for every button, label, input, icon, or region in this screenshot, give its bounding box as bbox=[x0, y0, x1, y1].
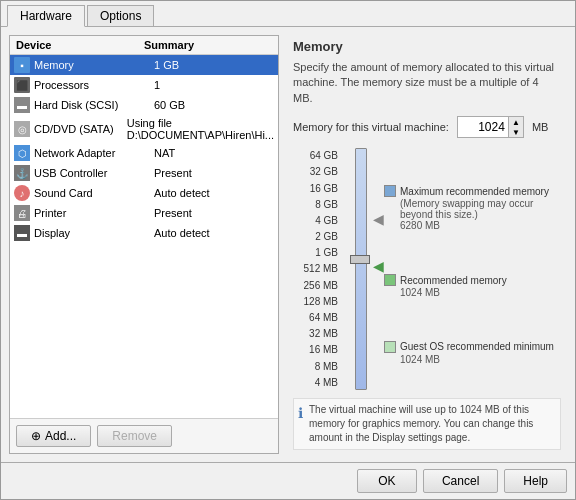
device-list: ▪ Memory 1 GB ⬛ Processors 1 ▬ Hard Disk… bbox=[10, 55, 278, 418]
legend-guest-min-label: Guest OS recommended minimum bbox=[400, 341, 554, 352]
legend-max-sublabel: (Memory swapping may occur beyond this s… bbox=[400, 198, 561, 220]
cpu-icon: ⬛ bbox=[14, 77, 30, 93]
device-summary-memory: 1 GB bbox=[154, 59, 274, 71]
device-row-memory[interactable]: ▪ Memory 1 GB bbox=[10, 55, 278, 75]
memory-description: Specify the amount of memory allocated t… bbox=[293, 60, 561, 106]
legend-max-value: 6280 MB bbox=[400, 220, 561, 231]
memory-input-label: Memory for this virtual machine: bbox=[293, 121, 449, 133]
device-summary-network: NAT bbox=[154, 147, 274, 159]
label-64gb: 64 GB bbox=[293, 150, 338, 161]
label-8gb: 8 GB bbox=[293, 199, 338, 210]
legend-guest-min-value: 1024 MB bbox=[400, 354, 561, 365]
legend-max-label: Maximum recommended memory bbox=[400, 186, 549, 197]
device-name-sound: Sound Card bbox=[34, 187, 154, 199]
label-32mb: 32 MB bbox=[293, 328, 338, 339]
network-icon: ⬡ bbox=[14, 145, 30, 161]
device-name-display: Display bbox=[34, 227, 154, 239]
help-button[interactable]: Help bbox=[504, 469, 567, 493]
ok-button[interactable]: OK bbox=[357, 469, 417, 493]
max-marker: ◀ bbox=[373, 212, 384, 226]
label-256mb: 256 MB bbox=[293, 280, 338, 291]
label-8mb: 8 MB bbox=[293, 361, 338, 372]
label-512mb: 512 MB bbox=[293, 263, 338, 274]
legend-box-max bbox=[384, 185, 396, 197]
hdd-icon: ▬ bbox=[14, 97, 30, 113]
memory-title: Memory bbox=[293, 39, 561, 54]
device-summary-usb: Present bbox=[154, 167, 274, 179]
memory-icon: ▪ bbox=[14, 57, 30, 73]
legend-panel: Maximum recommended memory (Memory swapp… bbox=[384, 148, 561, 390]
device-row-display[interactable]: ▬ Display Auto detect bbox=[10, 223, 278, 243]
device-row-harddisk[interactable]: ▬ Hard Disk (SCSI) 60 GB bbox=[10, 95, 278, 115]
slider-thumb[interactable] bbox=[350, 255, 370, 264]
info-row: ℹ The virtual machine will use up to 102… bbox=[293, 398, 561, 450]
spinner-buttons: ▲ ▼ bbox=[508, 117, 523, 137]
label-4gb: 4 GB bbox=[293, 215, 338, 226]
device-buttons: ⊕ Add... Remove bbox=[10, 418, 278, 453]
device-name-printer: Printer bbox=[34, 207, 154, 219]
slider-labels: 64 GB 32 GB 16 GB 8 GB 4 GB 2 GB 1 GB 51… bbox=[293, 148, 338, 390]
device-name-cdrom: CD/DVD (SATA) bbox=[34, 123, 127, 135]
legend-guest-min: Guest OS recommended minimum 1024 MB bbox=[384, 341, 561, 365]
sound-icon: ♪ bbox=[14, 185, 30, 201]
device-summary-printer: Present bbox=[154, 207, 274, 219]
device-name-usb: USB Controller bbox=[34, 167, 154, 179]
label-16mb: 16 MB bbox=[293, 344, 338, 355]
device-summary-cdrom: Using file D:\DOCUMENT\AP\Hiren\Hi... bbox=[127, 117, 274, 141]
legend-box-recommended bbox=[384, 274, 396, 286]
device-row-printer[interactable]: 🖨 Printer Present bbox=[10, 203, 278, 223]
cdrom-icon: ◎ bbox=[14, 121, 30, 137]
device-row-processors[interactable]: ⬛ Processors 1 bbox=[10, 75, 278, 95]
info-text: The virtual machine will use up to 1024 … bbox=[309, 403, 556, 445]
legend-recommended-value: 1024 MB bbox=[400, 287, 561, 298]
memory-slider-section: 64 GB 32 GB 16 GB 8 GB 4 GB 2 GB 1 GB 51… bbox=[293, 148, 561, 390]
memory-panel: Memory Specify the amount of memory allo… bbox=[287, 35, 567, 454]
memory-input-row: Memory for this virtual machine: ▲ ▼ MB bbox=[293, 116, 561, 138]
dialog-footer: OK Cancel Help bbox=[1, 462, 575, 499]
memory-spinner: ▲ ▼ bbox=[457, 116, 524, 138]
device-name-harddisk: Hard Disk (SCSI) bbox=[34, 99, 154, 111]
label-1gb: 1 GB bbox=[293, 247, 338, 258]
legend-box-guest-min bbox=[384, 341, 396, 353]
device-name-processors: Processors bbox=[34, 79, 154, 91]
device-list-header: Device Summary bbox=[10, 36, 278, 55]
device-row-sound[interactable]: ♪ Sound Card Auto detect bbox=[10, 183, 278, 203]
current-marker: ◀ bbox=[373, 259, 384, 273]
display-icon: ▬ bbox=[14, 225, 30, 241]
add-icon: ⊕ bbox=[31, 429, 41, 443]
mb-unit-label: MB bbox=[532, 121, 549, 133]
tab-hardware[interactable]: Hardware bbox=[7, 5, 85, 27]
label-4mb: 4 MB bbox=[293, 377, 338, 388]
remove-button[interactable]: Remove bbox=[97, 425, 172, 447]
tab-options[interactable]: Options bbox=[87, 5, 154, 26]
memory-slider-track[interactable]: ◀ ◀ bbox=[355, 148, 367, 390]
col-summary-header: Summary bbox=[144, 39, 272, 51]
cancel-button[interactable]: Cancel bbox=[423, 469, 498, 493]
usb-icon: ⚓ bbox=[14, 165, 30, 181]
device-row-cdrom[interactable]: ◎ CD/DVD (SATA) Using file D:\DOCUMENT\A… bbox=[10, 115, 278, 143]
device-summary-processors: 1 bbox=[154, 79, 274, 91]
device-row-network[interactable]: ⬡ Network Adapter NAT bbox=[10, 143, 278, 163]
device-panel: Device Summary ▪ Memory 1 GB ⬛ Processor… bbox=[9, 35, 279, 454]
device-name-network: Network Adapter bbox=[34, 147, 154, 159]
col-device-header: Device bbox=[16, 39, 144, 51]
label-16gb: 16 GB bbox=[293, 183, 338, 194]
legend-recommended-label: Recommended memory bbox=[400, 275, 507, 286]
legend-max-recommended: Maximum recommended memory (Memory swapp… bbox=[384, 185, 561, 231]
legend-recommended: Recommended memory 1024 MB bbox=[384, 274, 561, 298]
device-summary-harddisk: 60 GB bbox=[154, 99, 274, 111]
device-name-memory: Memory bbox=[34, 59, 154, 71]
dialog: Hardware Options Device Summary ▪ Memory… bbox=[0, 0, 576, 500]
tab-bar: Hardware Options bbox=[1, 1, 575, 27]
info-icon: ℹ bbox=[298, 404, 303, 424]
device-summary-sound: Auto detect bbox=[154, 187, 274, 199]
spinner-up[interactable]: ▲ bbox=[509, 117, 523, 127]
spinner-down[interactable]: ▼ bbox=[509, 127, 523, 137]
label-128mb: 128 MB bbox=[293, 296, 338, 307]
device-summary-display: Auto detect bbox=[154, 227, 274, 239]
device-row-usb[interactable]: ⚓ USB Controller Present bbox=[10, 163, 278, 183]
printer-icon: 🖨 bbox=[14, 205, 30, 221]
add-button[interactable]: ⊕ Add... bbox=[16, 425, 91, 447]
memory-input[interactable] bbox=[458, 117, 508, 137]
main-content: Device Summary ▪ Memory 1 GB ⬛ Processor… bbox=[1, 27, 575, 462]
